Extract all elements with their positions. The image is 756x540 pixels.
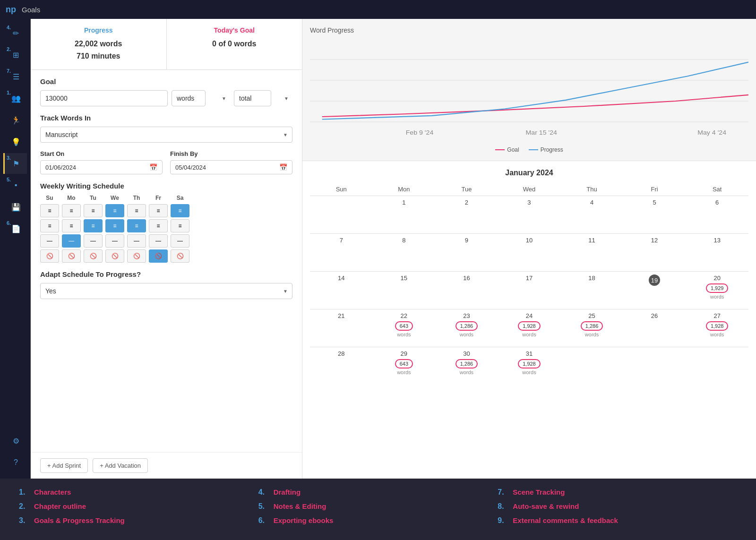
sidebar-item-help[interactable]: ? — [3, 452, 27, 473]
track-select[interactable]: Manuscript All documents — [40, 127, 292, 143]
start-date-input[interactable] — [45, 164, 149, 171]
calendar-cell: 26 — [623, 309, 686, 347]
sidebar-item-sprint[interactable]: 🏃 — [3, 110, 27, 130]
feature-label-6: Exporting ebooks — [274, 516, 334, 524]
app-logo: np — [6, 5, 16, 15]
word-badge: 643 — [395, 359, 413, 369]
lines-icon: ≡ — [156, 223, 160, 229]
schedule-btn-tu-2[interactable]: ≡ — [84, 219, 103, 232]
calendar-cell: 9 — [435, 234, 498, 272]
square-icon: ▪ — [15, 181, 17, 189]
schedule-btn-we-2[interactable]: ≡ — [105, 219, 124, 232]
schedule-btn-mo-1[interactable]: ≡ — [62, 204, 81, 217]
calendar-cell: 11 — [560, 234, 623, 272]
calendar-cell — [310, 196, 373, 234]
schedule-btn-sa-2[interactable]: ≡ — [171, 219, 189, 232]
words-label: words — [687, 332, 747, 337]
day-number: 16 — [437, 274, 496, 282]
unit-select[interactable]: words minutes — [172, 90, 206, 106]
schedule-btn-we-1[interactable]: ≡ — [105, 204, 124, 217]
day-number: 17 — [500, 274, 559, 282]
day-col-we: We ≡ ≡ — 🚫 — [105, 195, 124, 263]
sidebar-item-drafting[interactable]: 4. ✏ — [3, 23, 27, 43]
day-number: 14 — [312, 274, 371, 282]
calendar-cell: 10 — [498, 234, 561, 272]
sidebar-item-outline[interactable]: 2. ⊞ — [3, 44, 27, 65]
feature-num-2: 2. — [19, 502, 30, 511]
lines-icon: ≡ — [69, 207, 73, 214]
day-number: 21 — [312, 312, 371, 319]
features-col-2: 4. Drafting 5. Notes & Editing 6. Export… — [258, 488, 498, 531]
feature-8: 8. Auto-save & rewind — [498, 502, 737, 511]
schedule-btn-sa-4[interactable]: 🚫 — [171, 249, 189, 263]
words-label: words — [437, 369, 496, 375]
unit-select-wrapper: words minutes — [172, 90, 230, 106]
chart-svg: Feb 9 '24 Mar 15 '24 May 4 '24 — [310, 39, 748, 143]
features-col-1: 1. Characters 2. Chapter outline 3. Goal… — [19, 488, 258, 531]
schedule-btn-fr-2[interactable]: ≡ — [149, 219, 168, 232]
sidebar-item-settings[interactable]: ⚙ — [3, 430, 27, 451]
sidebar-item-save[interactable]: 💾 — [3, 197, 27, 217]
type-select[interactable]: total per day per week — [234, 90, 271, 106]
word-badge: 1,928 — [518, 321, 541, 331]
sidebar-item-scene[interactable]: 7. ☰ — [3, 66, 27, 87]
calendar-cell: 19 — [623, 272, 686, 309]
schedule-btn-fr-1[interactable]: ≡ — [149, 204, 168, 217]
schedule-btn-th-4[interactable]: 🚫 — [127, 249, 146, 263]
schedule-btn-th-1[interactable]: ≡ — [127, 204, 146, 217]
schedule-btn-su-4[interactable]: 🚫 — [40, 249, 59, 263]
today-label: Today's Goal — [176, 26, 293, 34]
schedule-btn-mo-4[interactable]: 🚫 — [62, 249, 81, 263]
schedule-btn-tu-3[interactable]: — — [84, 234, 103, 248]
minus-icon: — — [155, 238, 161, 244]
sidebar-item-characters[interactable]: 1. 👥 — [3, 88, 27, 109]
schedule-btn-we-4[interactable]: 🚫 — [105, 249, 124, 263]
word-badge: 1,286 — [455, 359, 478, 369]
schedule-btn-mo-2[interactable]: ≡ — [62, 219, 81, 232]
start-calendar-icon[interactable]: 📅 — [149, 163, 157, 171]
schedule-btn-tu-1[interactable]: ≡ — [84, 204, 103, 217]
svg-text:Mar 15 '24: Mar 15 '24 — [526, 129, 557, 136]
feature-5: 5. Notes & Editing — [258, 502, 498, 511]
minus-icon: — — [69, 238, 74, 244]
schedule-btn-su-1[interactable]: ≡ — [40, 204, 59, 217]
day-number: 13 — [687, 237, 747, 244]
schedule-btn-sa-3[interactable]: — — [171, 234, 189, 248]
schedule-title: Weekly Writing Schedule — [40, 182, 292, 190]
schedule-btn-sa-1[interactable]: ≡ — [171, 204, 189, 217]
finish-date-input[interactable] — [175, 164, 279, 171]
sidebar-item-export[interactable]: 6. 📄 — [3, 218, 27, 239]
adapt-select[interactable]: Yes No — [40, 283, 292, 299]
schedule-btn-tu-4[interactable]: 🚫 — [84, 249, 103, 263]
schedule-btn-fr-4[interactable]: 🚫 — [149, 249, 168, 263]
minus-icon: — — [47, 238, 52, 244]
day-header-sa: Sa — [177, 195, 184, 201]
cal-header-tue: Tue — [435, 183, 498, 196]
schedule-btn-mo-3[interactable]: — — [62, 234, 81, 248]
day-col-th: Th ≡ ≡ — 🚫 — [127, 195, 146, 263]
day-header-th: Th — [133, 195, 140, 201]
schedule-btn-su-3[interactable]: — — [40, 234, 59, 248]
day-number: 28 — [312, 350, 371, 357]
goal-input[interactable] — [40, 90, 168, 106]
sidebar-item-ideas[interactable]: 💡 — [3, 131, 27, 152]
add-sprint-button[interactable]: + Add Sprint — [40, 458, 88, 473]
feature-7: 7. Scene Tracking — [498, 488, 737, 497]
schedule-btn-fr-3[interactable]: — — [149, 234, 168, 248]
calendar-cell: 15 — [373, 272, 436, 309]
cal-header-thu: Thu — [560, 183, 623, 196]
add-vacation-button[interactable]: + Add Vacation — [93, 458, 148, 473]
sidebar-item-goals[interactable]: 3. ⚑ — [3, 153, 27, 174]
calendar-cell: 21 — [310, 309, 373, 347]
progress-words: 22,002 words — [40, 38, 157, 50]
words-label: words — [375, 332, 434, 337]
calendar-cell: 2 — [435, 196, 498, 234]
schedule-btn-su-2[interactable]: ≡ — [40, 219, 59, 232]
schedule-btn-th-3[interactable]: — — [127, 234, 146, 248]
day-number: 29 — [375, 350, 434, 357]
schedule-btn-th-2[interactable]: ≡ — [127, 219, 146, 232]
schedule-btn-we-3[interactable]: — — [105, 234, 124, 248]
sidebar-item-notes[interactable]: 5. ▪ — [3, 175, 27, 196]
finish-calendar-icon[interactable]: 📅 — [279, 163, 287, 171]
feature-label-3: Goals & Progress Tracking — [34, 516, 125, 524]
